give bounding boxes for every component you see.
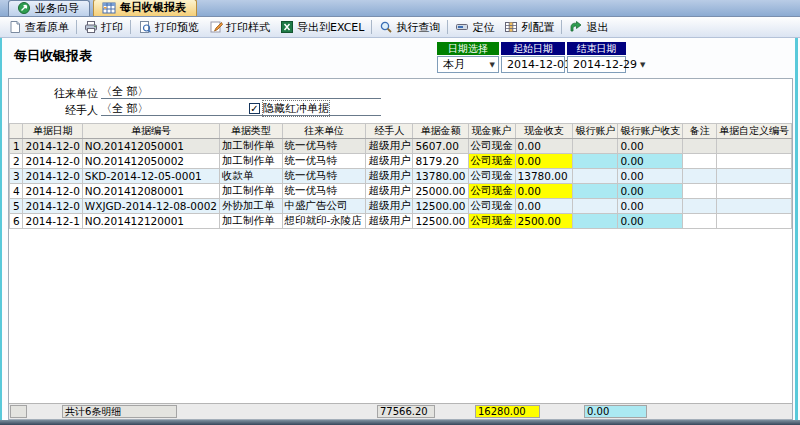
row-number-cell[interactable]: 6 — [10, 214, 23, 229]
grid-header-cell[interactable]: 银行账户 — [573, 124, 618, 139]
grid-cell[interactable] — [573, 169, 618, 184]
date-select-dropdown[interactable]: 本月 ▼ — [437, 56, 499, 73]
execute-query-button[interactable]: 执行查询 — [374, 19, 445, 36]
grid-cell[interactable] — [716, 184, 791, 199]
grid-cell[interactable] — [716, 154, 791, 169]
grid-cell[interactable] — [573, 139, 618, 154]
grid-cell[interactable]: 中盛广告公司 — [282, 199, 366, 214]
grid-cell[interactable]: 超级用户 — [366, 139, 413, 154]
grid-cell[interactable]: 25000.00 — [413, 184, 468, 199]
locate-button[interactable]: 定位 — [450, 19, 499, 36]
print-preview-button[interactable]: 打印预览 — [133, 19, 204, 36]
grid-cell[interactable]: 2014-12-0 — [23, 154, 82, 169]
grid-cell[interactable]: 超级用户 — [366, 199, 413, 214]
grid-cell[interactable] — [573, 154, 618, 169]
grid-cell[interactable]: 加工制作单 — [220, 139, 282, 154]
grid-cell[interactable]: 8179.20 — [413, 154, 468, 169]
export-excel-button[interactable]: 导出到EXCEL — [275, 19, 369, 36]
partner-input[interactable]: 〈全 部〉 — [101, 85, 381, 99]
grid-cell[interactable] — [716, 139, 791, 154]
row-number-cell[interactable]: 2 — [10, 154, 23, 169]
grid-header-cell[interactable]: 现金收支 — [515, 124, 573, 139]
grid-row[interactable]: 22014-12-0NO.201412050002加工制作单统一优马特超级用户8… — [10, 154, 792, 169]
grid-row[interactable]: 62014-12-1NO.201412120001加工制作单想印就印-永陵店超级… — [10, 214, 792, 229]
grid-cell[interactable]: 0.00 — [618, 199, 683, 214]
grid-cell[interactable]: 公司现金 — [468, 214, 515, 229]
row-number-cell[interactable]: 1 — [10, 139, 23, 154]
grid-cell[interactable] — [683, 199, 717, 214]
grid-cell[interactable]: 0.00 — [618, 154, 683, 169]
hide-reversal-checkbox[interactable]: ✓ — [249, 103, 260, 114]
grid-cell[interactable]: 13780.00 — [515, 169, 573, 184]
grid-header-cell[interactable]: 单据编号 — [82, 124, 219, 139]
grid-header-cell[interactable]: 单据类型 — [220, 124, 282, 139]
grid-cell[interactable]: 12500.00 — [413, 214, 468, 229]
grid-cell[interactable]: 公司现金 — [468, 139, 515, 154]
grid-cell[interactable]: 加工制作单 — [220, 214, 282, 229]
start-date-dropdown[interactable]: 2014-12-01 ▼ — [501, 56, 565, 73]
grid-row[interactable]: 42014-12-0NO.201412080001加工制作单统一优马特超级用户2… — [10, 184, 792, 199]
grid-cell[interactable]: NO.201412080001 — [82, 184, 219, 199]
grid-cell[interactable]: NO.201412050001 — [82, 139, 219, 154]
row-number-cell[interactable]: 3 — [10, 169, 23, 184]
grid-row[interactable]: 12014-12-0NO.201412050001加工制作单统一优马特超级用户5… — [10, 139, 792, 154]
grid-cell[interactable]: NO.201412120001 — [82, 214, 219, 229]
grid-cell[interactable] — [573, 199, 618, 214]
grid-cell[interactable]: 0.00 — [618, 184, 683, 199]
handler-input[interactable]: 〈全 部〉 — [101, 102, 381, 116]
grid-header-cell[interactable]: 银行账户收支 — [618, 124, 683, 139]
grid-cell[interactable]: NO.201412050002 — [82, 154, 219, 169]
column-config-button[interactable]: 列配置 — [499, 19, 559, 36]
grid-cell[interactable]: 收款单 — [220, 169, 282, 184]
grid-cell[interactable]: 加工制作单 — [220, 184, 282, 199]
grid-cell[interactable]: 统一优马特 — [282, 169, 366, 184]
grid-cell[interactable]: 12500.00 — [413, 199, 468, 214]
grid-cell[interactable]: 超级用户 — [366, 214, 413, 229]
end-date-dropdown[interactable]: 2014-12-29 ▼ — [567, 56, 626, 73]
grid-header-cell[interactable]: 往来单位 — [282, 124, 366, 139]
grid-cell[interactable]: 超级用户 — [366, 169, 413, 184]
grid-header-cell[interactable]: 单据日期 — [23, 124, 82, 139]
grid-cell[interactable]: 想印就印-永陵店 — [282, 214, 366, 229]
view-original-button[interactable]: 查看原单 — [3, 19, 74, 36]
grid-cell[interactable]: 2500.00 — [515, 214, 573, 229]
grid-cell[interactable]: 2014-12-0 — [23, 139, 82, 154]
grid-cell[interactable]: 外协加工单 — [220, 199, 282, 214]
grid-cell[interactable]: 公司现金 — [468, 169, 515, 184]
grid-cell[interactable]: 2014-12-0 — [23, 199, 82, 214]
grid-cell[interactable]: WXJGD-2014-12-08-0002 — [82, 199, 219, 214]
grid-cell[interactable]: 0.00 — [515, 184, 573, 199]
grid-cell[interactable] — [683, 154, 717, 169]
exit-button[interactable]: 退出 — [564, 19, 613, 36]
tab-daily-cashier-report[interactable]: 每日收银报表 — [93, 0, 197, 16]
grid-cell[interactable]: 0.00 — [515, 154, 573, 169]
grid-cell[interactable]: 0.00 — [515, 199, 573, 214]
grid-cell[interactable]: 0.00 — [618, 139, 683, 154]
grid-cell[interactable]: 统一优马特 — [282, 154, 366, 169]
grid-cell[interactable]: 2014-12-1 — [23, 214, 82, 229]
grid-cell[interactable] — [573, 214, 618, 229]
grid-cell[interactable]: 0.00 — [618, 214, 683, 229]
grid-cell[interactable] — [573, 184, 618, 199]
grid-cell[interactable] — [683, 214, 717, 229]
grid-header-cell[interactable]: 现金账户 — [468, 124, 515, 139]
grid-cell[interactable] — [683, 169, 717, 184]
grid-cell[interactable]: 公司现金 — [468, 199, 515, 214]
grid-cell[interactable]: 0.00 — [515, 139, 573, 154]
grid-cell[interactable]: 公司现金 — [468, 184, 515, 199]
grid-header-cell[interactable]: 备注 — [683, 124, 717, 139]
grid-cell[interactable]: 统一优马特 — [282, 139, 366, 154]
grid-cell[interactable]: 2014-12-0 — [23, 184, 82, 199]
grid-cell[interactable]: 超级用户 — [366, 154, 413, 169]
grid-cell[interactable]: 超级用户 — [366, 184, 413, 199]
hide-reversal-checkbox-group[interactable]: ✓ 隐藏红冲单据 — [249, 101, 329, 116]
row-number-cell[interactable]: 4 — [10, 184, 23, 199]
grid-cell[interactable]: 公司现金 — [468, 154, 515, 169]
row-number-cell[interactable]: 5 — [10, 199, 23, 214]
grid-header-cell[interactable]: 单据自定义编号 — [716, 124, 791, 139]
grid-row[interactable]: 52014-12-0WXJGD-2014-12-08-0002外协加工单中盛广告… — [10, 199, 792, 214]
grid-cell[interactable]: 5607.00 — [413, 139, 468, 154]
grid-cell[interactable]: 2014-12-0 — [23, 169, 82, 184]
print-button[interactable]: 打印 — [79, 19, 128, 36]
grid-cell[interactable]: SKD-2014-12-05-0001 — [82, 169, 219, 184]
